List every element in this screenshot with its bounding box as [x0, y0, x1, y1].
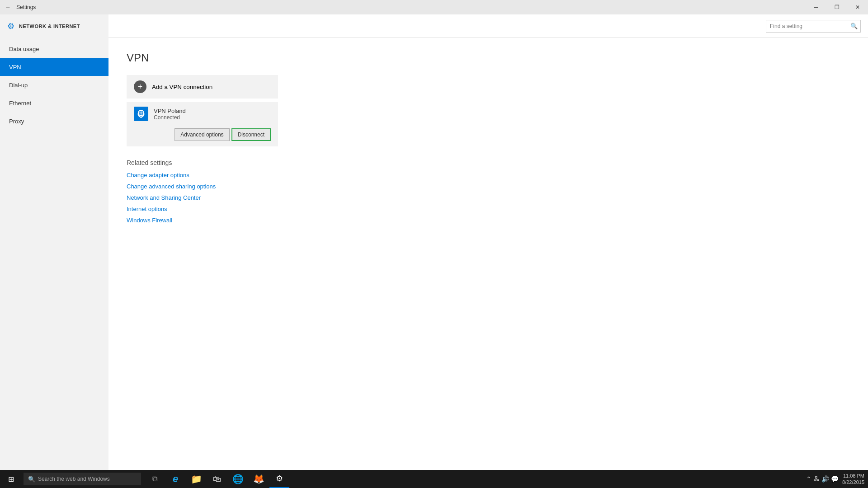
sidebar-item-proxy[interactable]: Proxy — [0, 112, 108, 130]
sidebar-item-ethernet[interactable]: Ethernet — [0, 94, 108, 112]
disconnect-button[interactable]: Disconnect — [231, 128, 271, 141]
tray-datetime[interactable]: 11:08 PM 8/22/2015 — [842, 473, 864, 486]
taskbar-chrome[interactable]: 🌐 — [228, 470, 248, 488]
vpn-name: VPN Poland — [154, 108, 186, 114]
related-settings: Related settings Change adapter options … — [127, 159, 850, 224]
vpn-connection-icon — [134, 107, 148, 121]
sidebar-nav: Data usage VPN Dial-up Ethernet Proxy — [0, 38, 108, 470]
taskbar-firefox[interactable]: 🦊 — [249, 470, 269, 488]
link-network-sharing-center[interactable]: Network and Sharing Center — [127, 194, 850, 201]
start-button[interactable]: ⊞ — [0, 470, 22, 488]
tray-volume-icon[interactable]: 🔊 — [821, 475, 829, 483]
close-button[interactable]: ✕ — [847, 0, 868, 14]
sidebar: ⚙ NETWORK & INTERNET Data usage VPN Dial… — [0, 14, 108, 470]
link-change-sharing[interactable]: Change advanced sharing options — [127, 183, 850, 190]
vpn-entry: VPN Poland Connected Advanced options Di… — [127, 102, 278, 146]
content-header: 🔍 — [108, 14, 868, 38]
link-internet-options[interactable]: Internet options — [127, 206, 850, 212]
vpn-actions: Advanced options Disconnect — [127, 126, 278, 146]
taskbar-search[interactable]: 🔍 Search the web and Windows — [24, 473, 141, 485]
taskbar-search-text: Search the web and Windows — [38, 476, 110, 482]
taskbar-store[interactable]: 🛍 — [207, 470, 227, 488]
vpn-entry-header: VPN Poland Connected — [127, 102, 278, 126]
search-input[interactable] — [766, 23, 848, 29]
titlebar-title: Settings — [16, 4, 36, 10]
tray-icons: ⌃ 🖧 🔊 💬 — [806, 475, 839, 483]
advanced-options-button[interactable]: Advanced options — [175, 128, 229, 141]
app-body: ⚙ NETWORK & INTERNET Data usage VPN Dial… — [0, 14, 868, 470]
link-windows-firewall[interactable]: Windows Firewall — [127, 217, 850, 224]
titlebar: ← Settings ─ ❐ ✕ — [0, 0, 868, 14]
tray-time: 11:08 PM — [843, 473, 864, 479]
tray-date: 8/22/2015 — [842, 479, 864, 485]
content-area: 🔍 VPN + Add a VPN connection — [108, 14, 868, 470]
taskbar-explorer[interactable]: 📁 — [186, 470, 206, 488]
add-vpn-label: Add a VPN connection — [152, 84, 212, 90]
taskbar-ie[interactable]: e — [165, 470, 185, 488]
sidebar-item-dial-up[interactable]: Dial-up — [0, 76, 108, 94]
link-change-adapter[interactable]: Change adapter options — [127, 172, 850, 178]
sidebar-item-vpn[interactable]: VPN — [0, 58, 108, 76]
sidebar-header: ⚙ NETWORK & INTERNET — [0, 14, 108, 38]
tray-network-icon[interactable]: 🖧 — [813, 475, 820, 483]
restore-button[interactable]: ❐ — [826, 0, 847, 14]
minimize-button[interactable]: ─ — [806, 0, 826, 14]
sidebar-header-text: NETWORK & INTERNET — [19, 23, 80, 29]
add-vpn-button[interactable]: + Add a VPN connection — [127, 75, 278, 99]
related-settings-title: Related settings — [127, 159, 850, 166]
plus-icon: + — [134, 80, 146, 93]
taskbar-tray: ⌃ 🖧 🔊 💬 11:08 PM 8/22/2015 — [802, 473, 868, 486]
sidebar-item-data-usage[interactable]: Data usage — [0, 40, 108, 58]
taskbar-task-view[interactable]: ⧉ — [145, 470, 165, 488]
tray-message-icon[interactable]: 💬 — [831, 475, 839, 483]
taskbar-settings[interactable]: ⚙ — [269, 470, 289, 488]
taskbar: ⊞ 🔍 Search the web and Windows ⧉ e 📁 🛍 🌐… — [0, 470, 868, 488]
titlebar-controls: ─ ❐ ✕ — [806, 0, 868, 14]
search-box: 🔍 — [766, 20, 861, 33]
titlebar-left: ← Settings — [5, 4, 36, 10]
settings-icon: ⚙ — [7, 21, 14, 31]
content-main: VPN + Add a VPN connection — [108, 38, 868, 470]
vpn-info: VPN Poland Connected — [154, 108, 186, 121]
tray-chevron[interactable]: ⌃ — [806, 475, 811, 483]
search-icon[interactable]: 🔍 — [848, 20, 860, 33]
taskbar-icons: ⧉ e 📁 🛍 🌐 🦊 ⚙ — [143, 470, 291, 488]
taskbar-search-icon: 🔍 — [28, 476, 35, 483]
page-title: VPN — [127, 52, 850, 64]
vpn-status: Connected — [154, 114, 186, 121]
back-arrow[interactable]: ← — [5, 4, 11, 10]
